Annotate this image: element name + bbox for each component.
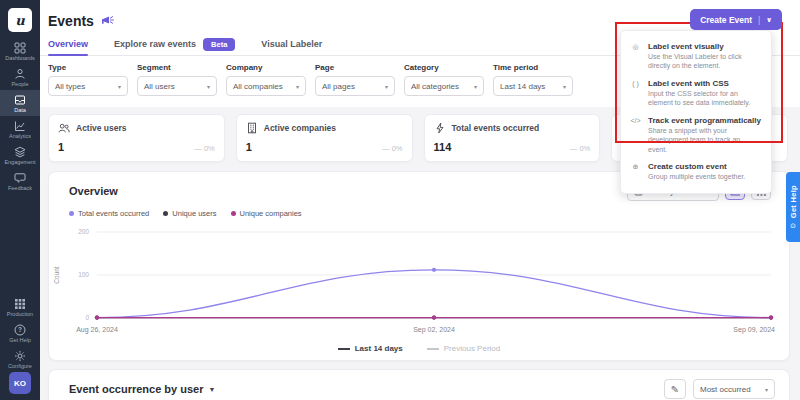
filter-select-category[interactable]: All categories▾ <box>404 76 484 96</box>
stat-value-row: 1— 0% <box>246 141 403 153</box>
event-occurrence-header: Event occurrence by user ▼ ✎ Most occurr… <box>69 379 775 399</box>
sidebar-item-label: Configure <box>8 363 32 369</box>
tab-explore-raw-events[interactable]: Explore raw eventsBeta <box>114 38 235 55</box>
svg-text:?: ? <box>18 326 22 333</box>
stat-delta: — 0% <box>194 144 214 153</box>
chart-container[interactable]: 0100200CountAug 26, 2024Sep 02, 2024Sep … <box>49 222 789 340</box>
stat-card-header: Total events occurred <box>434 122 591 134</box>
menu-item-title: Label event with CSS <box>648 79 761 88</box>
titlebar: Events Create Event | ∨ <box>40 0 800 34</box>
menu-item-text: Track event programmaticallyShare a snip… <box>648 116 761 154</box>
legend-label: Unique users <box>172 209 216 218</box>
filter-label: Category <box>404 63 484 72</box>
edit-chart-button[interactable]: ✎ <box>664 379 686 399</box>
legend-item[interactable]: Unique companies <box>231 209 302 218</box>
page-title: Events <box>48 13 94 29</box>
get-help-tab[interactable]: Get Help ⊙ <box>786 172 800 242</box>
sidebar-item-production[interactable]: Production <box>0 294 40 320</box>
sidebar-item-analytics[interactable]: Analytics <box>0 116 40 142</box>
sort-select[interactable]: Most occurred ▾ <box>693 379 775 399</box>
event-occurrence-controls: ✎ Most occurred ▾ <box>664 379 775 399</box>
menu-item-text: Create custom eventGroup multiple events… <box>648 162 745 181</box>
dashed-line-swatch <box>427 348 439 350</box>
stat-label: Active users <box>76 123 127 133</box>
production-icon <box>14 298 26 310</box>
create-event-menu: ◎Label event visuallyUse the Visual Labe… <box>620 30 772 194</box>
menu-item-label-event-with-css[interactable]: ( )Label event with CSSInput the CSS sel… <box>621 75 771 112</box>
chevron-down-icon: ▾ <box>118 83 121 90</box>
legend-item[interactable]: Total events occurred <box>69 209 149 218</box>
previous-period-legend[interactable]: Previous Period <box>427 344 500 353</box>
y-axis-tick: 0 <box>85 314 89 321</box>
chevron-down-icon: ▾ <box>207 83 210 90</box>
filter-page: PageAll pages▾ <box>315 63 395 96</box>
configure-icon <box>14 350 26 362</box>
sidebar-nav: DashboardsPeopleDataAnalyticsEngagementF… <box>0 38 40 194</box>
menu-item-label-event-visually[interactable]: ◎Label event visuallyUse the Visual Labe… <box>621 38 771 75</box>
filter-label: Page <box>315 63 395 72</box>
sidebar-item-feedback[interactable]: Feedback <box>0 168 40 194</box>
sidebar-item-data[interactable]: Data <box>0 90 40 116</box>
sidebar: u DashboardsPeopleDataAnalyticsEngagemen… <box>0 0 40 400</box>
app-logo[interactable]: u <box>8 8 32 32</box>
chevron-down-icon: ▾ <box>385 83 388 90</box>
sidebar-item-configure[interactable]: Configure <box>0 346 40 372</box>
chevron-down-icon[interactable]: ∨ <box>766 16 772 24</box>
get-help-icon: ? <box>14 324 26 336</box>
sidebar-item-engagement[interactable]: Engagement <box>0 142 40 168</box>
chevron-down-icon: ▾ <box>296 83 299 90</box>
filter-select-company[interactable]: All companies▾ <box>226 76 306 96</box>
sidebar-item-label: People <box>11 81 28 87</box>
chart-legend: Total events occurredUnique usersUnique … <box>49 201 789 218</box>
create-event-button[interactable]: Create Event | ∨ <box>690 9 782 30</box>
stat-label: Total events occurred <box>452 123 540 133</box>
stat-value: 1 <box>58 141 64 153</box>
sidebar-item-dashboards[interactable]: Dashboards <box>0 38 40 64</box>
tab-visual-labeler[interactable]: Visual Labeler <box>261 39 322 55</box>
menu-item-description: Group multiple events together. <box>648 172 745 181</box>
legend-dot <box>231 211 236 216</box>
sidebar-item-get-help[interactable]: ?Get Help <box>0 320 40 346</box>
filter-select-type[interactable]: All types▾ <box>48 76 128 96</box>
filter-segment: SegmentAll users▾ <box>137 63 217 96</box>
filter-label: Type <box>48 63 128 72</box>
filter-time-period: Time periodLast 14 days▾ <box>493 63 573 96</box>
menu-item-title: Label event visually <box>648 42 761 51</box>
filter-select-value: All users <box>144 82 175 91</box>
filter-select-segment[interactable]: All users▾ <box>137 76 217 96</box>
menu-item-text: Label event with CSSInput the CSS select… <box>648 79 761 108</box>
stat-value: 114 <box>434 141 452 153</box>
current-period-legend[interactable]: Last 14 days <box>338 344 403 353</box>
headset-icon: ⊙ <box>790 222 796 229</box>
filter-select-value: Last 14 days <box>500 82 545 91</box>
filter-select-page[interactable]: All pages▾ <box>315 76 395 96</box>
lightning-icon <box>434 122 446 134</box>
legend-label: Total events occurred <box>78 209 149 218</box>
period-legend: Last 14 days Previous Period <box>49 344 789 353</box>
filter-label: Company <box>226 63 306 72</box>
sidebar-item-label: Dashboards <box>5 55 35 61</box>
tab-label: Visual Labeler <box>261 39 322 49</box>
chevron-down-icon: ▾ <box>474 83 477 90</box>
sidebar-item-people[interactable]: People <box>0 64 40 90</box>
overview-panel: Overview Weekly ▾ <box>48 171 790 361</box>
data-point <box>432 268 436 272</box>
stat-card-header: Active users <box>58 122 215 134</box>
menu-item-track-event-programmatically[interactable]: </>Track event programmaticallyShare a s… <box>621 112 771 158</box>
users-icon <box>58 122 70 134</box>
dashboards-icon <box>14 42 26 54</box>
filter-select-value: All categories <box>411 82 459 91</box>
filter-select-time-period[interactable]: Last 14 days▾ <box>493 76 573 96</box>
event-occurrence-title[interactable]: Event occurrence by user ▼ <box>69 383 215 395</box>
data-point <box>432 315 436 319</box>
legend-item[interactable]: Unique users <box>163 209 216 218</box>
data-icon <box>14 94 26 106</box>
menu-item-create-custom-event[interactable]: ⊕Create custom eventGroup multiple event… <box>621 158 771 185</box>
target-icon: ◎ <box>630 42 641 71</box>
megaphone-icon[interactable] <box>101 15 114 27</box>
circle-plus-icon: ⊕ <box>630 162 641 181</box>
button-separator: | <box>758 15 760 25</box>
user-avatar[interactable]: KO <box>9 372 31 394</box>
code-icon: </> <box>630 116 641 154</box>
tab-overview[interactable]: Overview <box>48 39 88 55</box>
